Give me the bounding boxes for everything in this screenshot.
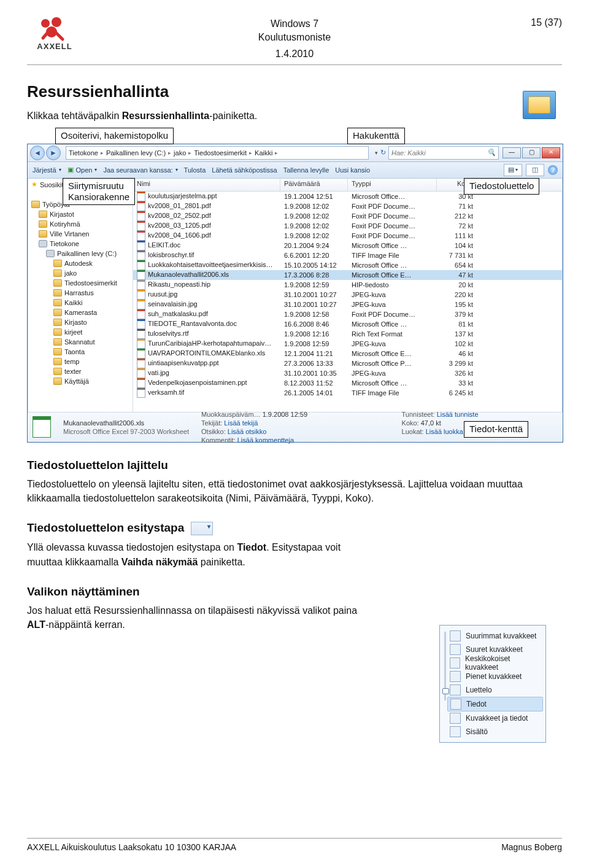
file-rows[interactable]: koulutusjarjestelma.ppt19.1.2004 12:51Mi…	[133, 192, 563, 412]
tree-item[interactable]: jako	[31, 268, 133, 278]
toolbar-newfolder[interactable]: Uusi kansio	[335, 166, 370, 174]
tree-item[interactable]: Käyttäjä	[31, 376, 133, 386]
tree-item[interactable]: Ville Virtanen	[31, 229, 133, 239]
navigation-pane[interactable]: ★Suosikit TyöpöytäKirjastotKotiryhmäVill…	[28, 179, 133, 412]
view-option[interactable]: Kuvakkeet ja tiedot	[447, 711, 543, 725]
view-option[interactable]: Pienet kuvakkeet	[447, 670, 543, 683]
minimize-button[interactable]: —	[502, 147, 521, 158]
toolbar-share[interactable]: Jaa seuraavan kanssa:▾	[103, 166, 177, 174]
view-option-icon	[450, 684, 461, 696]
callout-nav-pane: Siirtymisruutu Kansiorakenne	[63, 178, 135, 205]
file-icon	[137, 290, 145, 300]
col-date[interactable]: Päivämäärä	[280, 179, 348, 191]
folder-icon	[31, 201, 40, 208]
nav-forward-button[interactable]: ►	[46, 145, 61, 160]
folder-icon	[53, 328, 62, 336]
address-bar[interactable]: Tietokone▸Paikallinen levy (C:)▸jako▸Tie…	[66, 146, 369, 160]
col-type[interactable]: Tyyppi	[348, 179, 437, 191]
folder-icon	[39, 230, 47, 238]
file-row[interactable]: Luokkakohtaisettavoitteetjaesimerkkisis……	[133, 260, 563, 270]
view-option[interactable]: Tiedot	[447, 697, 543, 711]
toolbar-open[interactable]: ▣Open▾	[67, 166, 98, 174]
file-row[interactable]: lokisbroschyr.tif6.6.2001 12:20TIFF Imag…	[133, 250, 563, 260]
file-row[interactable]: Rikastu_nopeasti.hip1.9.2008 12:59HIP-ti…	[133, 280, 563, 290]
file-row[interactable]: suh_matkalasku.pdf1.9.2008 12:58Foxit PD…	[133, 309, 563, 319]
tree-item[interactable]: temp	[31, 357, 133, 366]
file-row[interactable]: tuloselvitys.rtf1.9.2008 12:16Rich Text …	[133, 329, 563, 339]
file-icon	[137, 270, 145, 280]
folder-icon	[39, 211, 47, 218]
folder-icon	[53, 289, 62, 296]
col-name[interactable]: Nimi	[133, 179, 280, 191]
view-option[interactable]: Keskikokoiset kuvakkeet	[447, 656, 543, 670]
toolbar-organize[interactable]: Järjestä▾	[33, 166, 61, 174]
toolbar-save[interactable]: Tallenna levylle	[283, 166, 329, 174]
tree-item[interactable]: Kaikki	[31, 298, 133, 308]
nav-back-button[interactable]: ◄	[30, 145, 45, 160]
file-row[interactable]: TIEDOTE_Rantavalvonta.doc16.6.2008 8:46M…	[133, 319, 563, 329]
file-icon	[137, 349, 145, 358]
file-row[interactable]: kv2008_03_1205.pdf1.9.2008 12:02Foxit PD…	[133, 221, 563, 231]
tree-item[interactable]: Kotiryhmä	[31, 219, 133, 229]
tree-item[interactable]: texter	[31, 366, 133, 376]
tree-item[interactable]: Harrastus	[31, 288, 133, 298]
view-option[interactable]: Luettelo	[447, 683, 543, 697]
file-row[interactable]: ruusut.jpg31.10.2001 10:27JPEG-kuva220 k…	[133, 290, 563, 300]
views-list[interactable]: Suurimmat kuvakkeetSuuret kuvakkeetKeski…	[447, 629, 543, 738]
preview-pane-button[interactable]: ◫	[526, 164, 544, 176]
callout-details-pane: Tiedot-kenttä	[464, 421, 528, 438]
toolbar-print[interactable]: Tulosta	[184, 166, 206, 174]
tree-item[interactable]: Autodesk	[31, 258, 133, 268]
file-row[interactable]: kv2008_01_2801.pdf1.9.2008 12:02Foxit PD…	[133, 201, 563, 211]
breadcrumb-segment[interactable]: Tietokone	[69, 149, 98, 157]
maximize-button[interactable]: ▢	[522, 147, 541, 158]
breadcrumb-segment[interactable]: Paikallinen levy (C:)	[106, 149, 166, 157]
file-row[interactable]: LEIKIT.doc20.1.2004 9:24Microsoft Office…	[133, 241, 563, 250]
breadcrumb-segment[interactable]: Kaikki	[255, 149, 272, 157]
views-slider[interactable]	[442, 629, 447, 738]
file-row[interactable]: kv2008_02_2502.pdf1.9.2008 12:02Foxit PD…	[133, 211, 563, 221]
file-row[interactable]: verksamh.tif26.1.2005 14:01TIFF Image Fi…	[133, 388, 563, 398]
breadcrumb-segment[interactable]: jako	[174, 149, 186, 157]
tree-item[interactable]: Kirjasto	[31, 317, 133, 327]
view-option-icon	[450, 630, 461, 641]
tree-item[interactable]: Tiedostoesimerkit	[31, 278, 133, 288]
footer-right: Magnus Boberg	[501, 842, 562, 852]
tree-item[interactable]: Tietokone	[31, 239, 133, 249]
tree-item[interactable]: Kirjastot	[31, 209, 133, 219]
file-row[interactable]: vati.jpg31.10.2001 10:35JPEG-kuva326 kt	[133, 368, 563, 378]
search-input[interactable]: Hae: Kaikki 🔍	[388, 146, 499, 160]
tree-item[interactable]: Kamerasta	[31, 308, 133, 317]
file-row[interactable]: kv2008_04_1606.pdf1.9.2008 12:02Foxit PD…	[133, 231, 563, 241]
svg-point-0	[41, 19, 50, 28]
view-option[interactable]: Sisältö	[447, 725, 543, 738]
view-option[interactable]: Suurimmat kuvakkeet	[447, 629, 543, 643]
breadcrumb-segment[interactable]: Tiedostoesimerkit	[194, 149, 247, 157]
help-icon[interactable]: ?	[548, 165, 558, 175]
tree-item[interactable]: Paikallinen levy (C:)	[31, 249, 133, 258]
file-row[interactable]: seinavalaisin.jpg31.10.2001 10:27JPEG-ku…	[133, 300, 563, 309]
file-icon	[137, 201, 145, 211]
file-icon	[137, 339, 145, 349]
file-icon	[137, 319, 145, 329]
header-line1: Windows 7	[88, 17, 501, 31]
explorer-title-bar: ◄ ► Tietokone▸Paikallinen levy (C:)▸jako…	[28, 144, 563, 162]
file-list-pane: Nimi Päivämäärä Tyyppi Koko Tunnisteet k…	[133, 179, 563, 412]
file-row[interactable]: UAVRAPORTOINTILOMAKEblanko.xls12.1.2004 …	[133, 349, 563, 358]
file-icon	[137, 378, 145, 388]
close-button[interactable]: ✕	[542, 147, 560, 158]
file-row[interactable]: TurunCaribiajaHP-kerhotapahtumapaiv…1.9.…	[133, 339, 563, 349]
section-menu-title: Valikon näyttäminen	[27, 585, 562, 599]
file-row[interactable]: Vedenpelkojasenpoistaminen.ppt8.12.2003 …	[133, 378, 563, 388]
file-icon	[137, 280, 145, 290]
tree-item[interactable]: kirjeet	[31, 327, 133, 337]
tree-item[interactable]: Taonta	[31, 347, 133, 357]
file-row[interactable]: Mukanaolevathallit2006.xls17.3.2006 8:28…	[133, 270, 563, 280]
folder-icon	[53, 319, 62, 326]
folder-icon	[53, 309, 62, 316]
header-date: 1.4.2010	[88, 47, 501, 61]
file-row[interactable]: uintiaapisenkuvatpp.ppt27.3.2006 13:33Mi…	[133, 358, 563, 368]
toolbar-email[interactable]: Lähetä sähköpostissa	[212, 166, 277, 174]
change-view-button[interactable]: ▤▾	[504, 164, 522, 176]
tree-item[interactable]: Skannatut	[31, 337, 133, 347]
